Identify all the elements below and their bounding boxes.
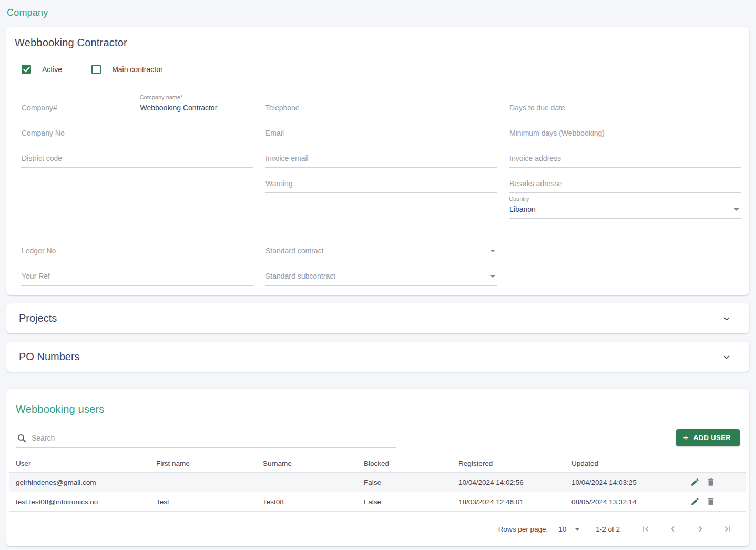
unchecked-checkbox-icon[interactable] bbox=[91, 65, 101, 74]
column-header-updated: Updated bbox=[568, 456, 686, 473]
column-header-blocked: Blocked bbox=[361, 456, 455, 473]
delete-icon[interactable] bbox=[705, 496, 717, 507]
dropdown-caret-icon bbox=[734, 208, 739, 211]
email-field[interactable] bbox=[265, 126, 497, 142]
dropdown-caret-icon bbox=[575, 528, 580, 531]
projects-section-title: Projects bbox=[19, 312, 57, 324]
minimum-days-field[interactable] bbox=[509, 126, 741, 142]
cell-updated: 10/04/2024 14:03:25 bbox=[568, 473, 686, 492]
company-no-field[interactable] bbox=[21, 126, 253, 142]
add-user-button[interactable]: + ADD USER bbox=[676, 429, 740, 446]
users-card-title: Webbooking users bbox=[16, 403, 749, 415]
chevron-down-icon[interactable] bbox=[721, 313, 732, 324]
po-numbers-section[interactable]: PO Numbers bbox=[6, 342, 749, 372]
users-card: Webbooking users + ADD USER User First n… bbox=[6, 389, 749, 546]
besoks-adresse-field[interactable] bbox=[509, 177, 741, 193]
country-label: Country bbox=[509, 196, 741, 202]
checked-checkbox-icon[interactable] bbox=[22, 65, 31, 74]
cell-surname: Test08 bbox=[260, 492, 361, 512]
standard-contract-select[interactable]: Standard contract bbox=[265, 244, 497, 260]
cell-first-name: Test bbox=[153, 492, 260, 512]
table-row: geirhindenes@gmail.com False 10/04/2024 … bbox=[9, 473, 746, 492]
contractor-card: Webbooking Contractor Active Main contra… bbox=[6, 27, 749, 295]
delete-icon[interactable] bbox=[705, 476, 717, 488]
add-user-button-label: ADD USER bbox=[693, 434, 731, 442]
active-checkbox-label: Active bbox=[42, 65, 62, 74]
pagination-range: 1-2 of 2 bbox=[596, 525, 620, 533]
pagination-nav bbox=[640, 523, 733, 535]
edit-icon[interactable] bbox=[689, 496, 701, 507]
invoice-address-field[interactable] bbox=[509, 151, 741, 168]
pagination: Rows per page: 10 1-2 of 2 bbox=[6, 523, 733, 535]
page-title: Company bbox=[0, 0, 756, 18]
previous-page-icon[interactable] bbox=[667, 523, 679, 535]
edit-icon[interactable] bbox=[689, 476, 701, 488]
search-input[interactable] bbox=[32, 434, 396, 442]
users-table: User First name Surname Blocked Register… bbox=[9, 456, 746, 512]
contractor-card-title: Webbooking Contractor bbox=[15, 37, 741, 49]
country-value: Libanon bbox=[509, 205, 536, 213]
standard-contract-placeholder: Standard contract bbox=[265, 247, 324, 255]
cell-user: geirhindenes@gmail.com bbox=[9, 473, 153, 492]
invoice-email-field[interactable] bbox=[265, 151, 497, 168]
company-number-field[interactable] bbox=[21, 101, 135, 117]
your-ref-field[interactable] bbox=[21, 269, 253, 286]
cell-blocked: False bbox=[361, 492, 455, 512]
company-name-label: Company name* bbox=[140, 94, 254, 100]
country-select[interactable]: Libanon bbox=[509, 202, 741, 219]
table-row: test.test08@infotronics.no Test Test08 F… bbox=[9, 492, 746, 512]
checkbox-row: Active Main contractor bbox=[22, 65, 741, 74]
search-icon bbox=[17, 433, 26, 443]
main-contractor-checkbox[interactable]: Main contractor bbox=[91, 65, 162, 74]
active-checkbox[interactable]: Active bbox=[22, 65, 62, 74]
district-code-field[interactable] bbox=[21, 151, 253, 168]
cell-updated: 08/05/2024 13:32:14 bbox=[568, 492, 686, 512]
rows-per-page-select[interactable]: 10 bbox=[558, 525, 580, 533]
search-box bbox=[16, 430, 396, 448]
cell-surname bbox=[260, 473, 361, 492]
users-table-header-row: User First name Surname Blocked Register… bbox=[9, 456, 746, 473]
cell-user: test.test08@infotronics.no bbox=[9, 492, 153, 512]
contractor-form: Company name* bbox=[15, 92, 741, 286]
last-page-icon[interactable] bbox=[722, 523, 733, 535]
column-header-surname: Surname bbox=[260, 456, 361, 473]
rows-per-page-label: Rows per page: bbox=[498, 525, 548, 533]
first-page-icon[interactable] bbox=[640, 523, 651, 535]
projects-section[interactable]: Projects bbox=[6, 303, 749, 333]
dropdown-caret-icon bbox=[490, 275, 495, 278]
plus-icon: + bbox=[683, 434, 689, 442]
cell-blocked: False bbox=[361, 473, 455, 492]
po-numbers-section-title: PO Numbers bbox=[19, 351, 80, 363]
rows-per-page-value: 10 bbox=[558, 525, 566, 533]
warning-field[interactable] bbox=[265, 177, 497, 193]
cell-registered: 18/03/2024 12:46:01 bbox=[455, 492, 568, 512]
days-to-due-date-field[interactable] bbox=[509, 101, 741, 117]
dropdown-caret-icon bbox=[490, 250, 495, 252]
column-header-first-name: First name bbox=[153, 456, 260, 473]
ledger-no-field[interactable] bbox=[21, 244, 253, 260]
telephone-field[interactable] bbox=[265, 101, 497, 117]
company-name-field[interactable] bbox=[140, 101, 254, 117]
next-page-icon[interactable] bbox=[694, 523, 706, 535]
standard-subcontract-placeholder: Standard subcontract bbox=[265, 272, 335, 280]
cell-registered: 10/04/2024 14:02:56 bbox=[455, 473, 568, 492]
cell-first-name bbox=[153, 473, 260, 492]
search-row: + ADD USER bbox=[16, 429, 740, 448]
chevron-down-icon[interactable] bbox=[721, 351, 732, 363]
column-header-user: User bbox=[9, 456, 153, 473]
standard-subcontract-select[interactable]: Standard subcontract bbox=[265, 269, 497, 286]
column-header-registered: Registered bbox=[455, 456, 568, 473]
main-contractor-checkbox-label: Main contractor bbox=[112, 65, 162, 74]
